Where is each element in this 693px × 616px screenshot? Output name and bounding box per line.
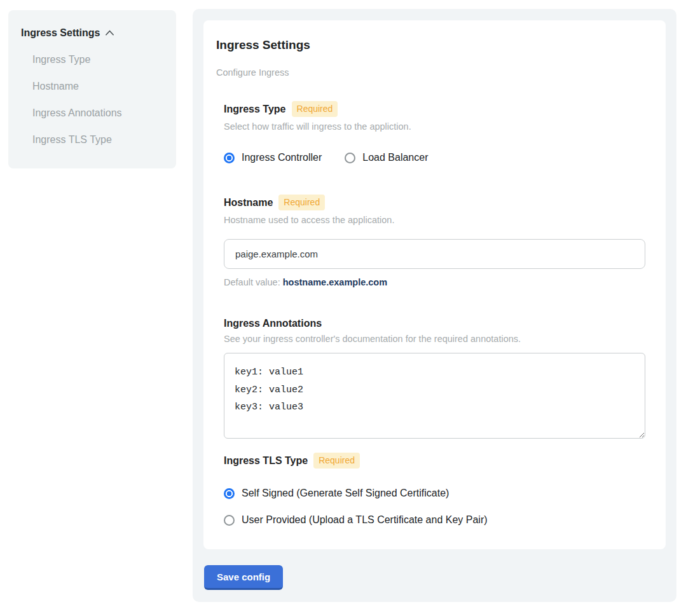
ingress-type-radio-group: Ingress Controller Load Balancer bbox=[224, 152, 645, 163]
sidebar-item-hostname[interactable]: Hostname bbox=[32, 81, 163, 92]
hostname-label: Hostname bbox=[224, 197, 273, 209]
radio-option-self-signed[interactable]: Self Signed (Generate Self Signed Certif… bbox=[224, 488, 449, 499]
save-config-button[interactable]: Save config bbox=[204, 565, 283, 590]
ingress-annotations-section: Ingress Annotations See your ingress con… bbox=[224, 318, 645, 439]
ingress-tls-type-radio-group: Self Signed (Generate Self Signed Certif… bbox=[224, 488, 645, 526]
ingress-annotations-label: Ingress Annotations bbox=[224, 318, 322, 329]
sidebar-nav: Ingress Type Hostname Ingress Annotation… bbox=[21, 54, 163, 146]
radio-option-ingress-controller[interactable]: Ingress Controller bbox=[224, 152, 322, 163]
self-signed-radio[interactable] bbox=[224, 488, 235, 499]
ingress-settings-sidebar: Ingress Settings Ingress Type Hostname I… bbox=[8, 10, 176, 168]
hostname-section: Hostname Required Hostname used to acces… bbox=[224, 195, 645, 287]
ingress-tls-type-section: Ingress TLS Type Required Self Signed (G… bbox=[224, 453, 645, 526]
sidebar-item-ingress-annotations[interactable]: Ingress Annotations bbox=[32, 107, 163, 119]
required-badge: Required bbox=[292, 101, 338, 117]
hostname-description: Hostname used to access the application. bbox=[224, 215, 645, 225]
radio-label: User Provided (Upload a TLS Certificate … bbox=[242, 514, 488, 526]
radio-option-user-provided[interactable]: User Provided (Upload a TLS Certificate … bbox=[224, 514, 488, 526]
required-badge: Required bbox=[278, 195, 325, 210]
ingress-type-description: Select how traffic will ingress to the a… bbox=[224, 121, 645, 132]
config-panel: Ingress Settings Configure Ingress Ingre… bbox=[193, 9, 676, 602]
ingress-settings-card: Ingress Settings Configure Ingress Ingre… bbox=[203, 20, 666, 549]
sidebar-item-ingress-type[interactable]: Ingress Type bbox=[32, 54, 163, 65]
form-sections: Ingress Type Required Select how traffic… bbox=[224, 101, 645, 526]
sidebar-group-ingress-settings[interactable]: Ingress Settings bbox=[21, 27, 163, 39]
page-subtitle: Configure Ingress bbox=[216, 67, 645, 78]
default-value-prefix: Default value: bbox=[224, 277, 283, 287]
ingress-controller-radio[interactable] bbox=[224, 153, 235, 163]
ingress-tls-type-label: Ingress TLS Type bbox=[224, 455, 308, 467]
load-balancer-radio[interactable] bbox=[345, 153, 355, 163]
radio-label: Load Balancer bbox=[362, 152, 428, 163]
hostname-input[interactable] bbox=[224, 239, 645, 269]
user-provided-radio[interactable] bbox=[224, 515, 235, 526]
sidebar-item-ingress-tls-type[interactable]: Ingress TLS Type bbox=[32, 134, 163, 146]
ingress-annotations-textarea[interactable]: key1: value1 key2: value2 key3: value3 bbox=[224, 353, 645, 439]
radio-label: Ingress Controller bbox=[242, 152, 322, 163]
default-value-text: hostname.example.com bbox=[283, 277, 387, 287]
hostname-default-line: Default value: hostname.example.com bbox=[224, 277, 645, 287]
ingress-annotations-description: See your ingress controller's documentat… bbox=[224, 334, 645, 344]
chevron-up-icon bbox=[105, 30, 114, 36]
radio-option-load-balancer[interactable]: Load Balancer bbox=[345, 152, 428, 163]
ingress-type-label: Ingress Type bbox=[224, 104, 286, 115]
sidebar-group-label: Ingress Settings bbox=[21, 27, 100, 39]
page-title: Ingress Settings bbox=[216, 38, 645, 52]
ingress-type-section: Ingress Type Required Select how traffic… bbox=[224, 101, 645, 163]
required-badge: Required bbox=[313, 453, 360, 469]
radio-label: Self Signed (Generate Self Signed Certif… bbox=[242, 488, 449, 499]
